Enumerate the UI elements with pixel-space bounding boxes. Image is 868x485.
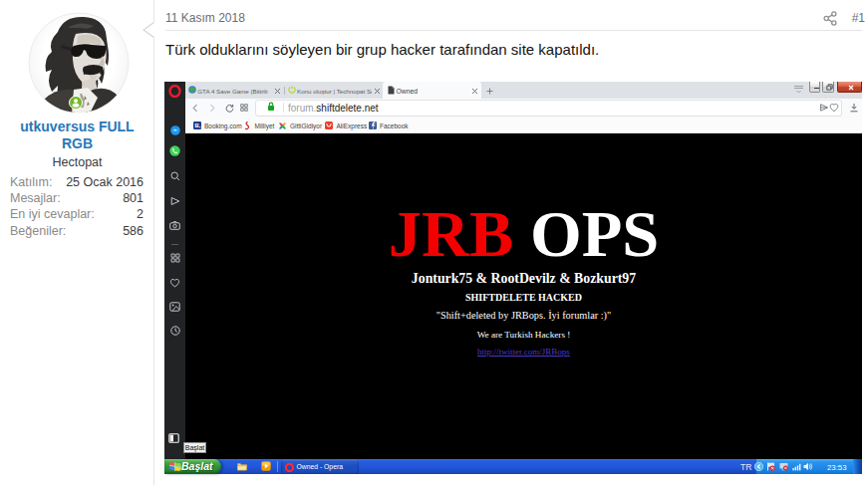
svg-text:B: B	[195, 122, 199, 128]
